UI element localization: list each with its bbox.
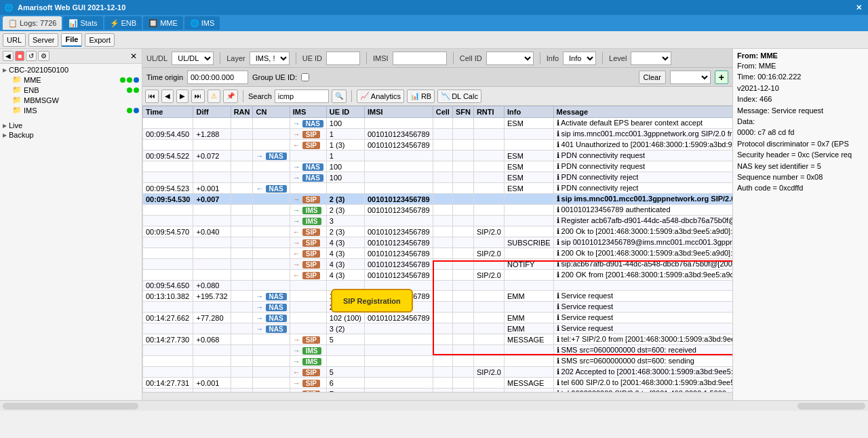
cell-ran bbox=[231, 367, 253, 378]
cell-rnti: SIP/2.0 bbox=[473, 270, 504, 281]
dl-calc-btn[interactable]: 📉 DL Calc bbox=[437, 89, 481, 103]
clear-button[interactable]: Clear bbox=[639, 71, 666, 84]
cell-imsi: 001010123456789 bbox=[364, 248, 433, 259]
mme-tab-icon: 🔲 bbox=[149, 19, 158, 28]
table-row[interactable]: ← SIP 1 (3) 001010123456789 ℹ 401 Unauth… bbox=[143, 140, 733, 151]
imsi-input[interactable] bbox=[393, 52, 447, 65]
layer-select[interactable]: IMS, ! bbox=[250, 52, 290, 65]
right-panel-detail-line: 0000: c7 a8 cd fd bbox=[737, 127, 864, 138]
sidebar-item-mme[interactable]: 📁 MME bbox=[1, 75, 140, 85]
table-row[interactable]: 00:14:27.662 +77.280 → NAS 102 (100) 001… bbox=[143, 313, 733, 323]
nav-last-btn[interactable]: ⏭ bbox=[191, 89, 205, 103]
table-row[interactable]: 00:09:54.530 +0.007 → SIP 2 (3) 00101012… bbox=[143, 194, 733, 205]
cell-sfn bbox=[452, 378, 473, 389]
sidebar-btn-settings[interactable]: ⚙ bbox=[38, 51, 50, 61]
table-row[interactable]: 00:13:10.382 +195.732 → NAS 101 (100) 00… bbox=[143, 291, 733, 302]
table-row[interactable]: → SIP 7 ℹ tel 0600000000 SIP/2.0 to [200… bbox=[143, 389, 733, 393]
status-scrollbar[interactable] bbox=[3, 403, 138, 410]
sidebar-btn-back[interactable]: ◀ bbox=[3, 51, 14, 61]
table-row[interactable]: → IMS 3 ℹ Register acb67afb-d901-44dc-a5… bbox=[143, 216, 733, 226]
export-button[interactable]: Export bbox=[85, 33, 115, 47]
table-row[interactable]: → NAS 3 (2) EMM ℹ Service request bbox=[143, 323, 733, 334]
analytics-btn[interactable]: 📈 Analytics bbox=[357, 89, 404, 103]
sidebar: ◀ ■ ↺ ⚙ ✕ ▶ CBC-2021050100 📁 MME bbox=[0, 49, 142, 400]
search-input[interactable] bbox=[275, 89, 329, 103]
tab-logs[interactable]: 📋 Logs: 7726 bbox=[3, 16, 62, 30]
close-button[interactable]: ✕ bbox=[853, 2, 864, 13]
ul-dl-select[interactable]: UL/DL bbox=[172, 52, 214, 65]
table-row[interactable]: → NAS 100 ESM ℹ PDN connectivity reject bbox=[143, 172, 733, 183]
nav-next-btn[interactable]: ▶ bbox=[176, 89, 189, 103]
cell-time bbox=[143, 205, 193, 216]
time-origin-input[interactable] bbox=[187, 71, 248, 84]
table-row[interactable]: 00:14:27.730 +0.068 → SIP 5 MESSAGE ℹ te… bbox=[143, 334, 733, 345]
nav-prev-btn[interactable]: ◀ bbox=[161, 89, 174, 103]
table-row[interactable]: ← SIP 4 (3) 001010123456789 SIP/2.0 ℹ 20… bbox=[143, 270, 733, 281]
cell-time bbox=[143, 389, 193, 393]
add-filter-button[interactable]: + bbox=[715, 71, 728, 84]
cell-rnti bbox=[473, 334, 504, 345]
cell-message: ℹ tel 0600000000 SIP/2.0 to [2001:468:30… bbox=[553, 389, 732, 393]
file-button[interactable]: File bbox=[61, 33, 82, 47]
table-row[interactable]: → SIP 4 (3) 001010123456789 SUBSCRIBE ℹ … bbox=[143, 237, 733, 248]
search-go-btn[interactable]: 🔍 bbox=[332, 89, 347, 103]
nav-first-btn[interactable]: ⏮ bbox=[145, 89, 159, 103]
sidebar-item-enb[interactable]: 📁 ENB bbox=[1, 85, 140, 95]
clear-select[interactable] bbox=[670, 71, 711, 84]
table-row[interactable]: ← SIP 4 (3) 001010123456789 SIP/2.0 ℹ 20… bbox=[143, 248, 733, 259]
cell-imsi: 001010123456789 bbox=[364, 237, 433, 248]
marker-btn[interactable]: 📌 bbox=[223, 89, 238, 103]
cell-ran bbox=[231, 226, 253, 237]
cell-imsi: 001010123456789 bbox=[364, 259, 433, 270]
sidebar-btn-stop[interactable]: ■ bbox=[15, 51, 24, 61]
sidebar-item-mbmsgw[interactable]: 📁 MBMSGW bbox=[1, 95, 140, 105]
table-row[interactable]: → NAS 100 ESM ℹ Activate default EPS bea… bbox=[143, 118, 733, 129]
table-row[interactable]: 00:09:54.450 +1.288 → SIP 1 001010123456… bbox=[143, 129, 733, 140]
sidebar-item-live[interactable]: ▶ Live bbox=[1, 121, 140, 130]
tab-stats[interactable]: 📊 Stats bbox=[63, 16, 102, 30]
cell-cn bbox=[253, 281, 290, 291]
cell-diff: +77.280 bbox=[193, 313, 231, 323]
cell-sfn bbox=[452, 172, 473, 183]
cell-imsi: 001010123456789 bbox=[364, 226, 433, 237]
tab-enb[interactable]: ⚡ ENB bbox=[104, 16, 142, 30]
sidebar-item-root[interactable]: ▶ CBC-2021050100 bbox=[1, 65, 140, 75]
table-row[interactable]: 00:09:54.570 +0.040 ← SIP 2 (3) 00101012… bbox=[143, 226, 733, 237]
tab-ims[interactable]: 🌐 IMS bbox=[184, 16, 220, 30]
sidebar-item-ims[interactable]: 📁 IMS bbox=[1, 105, 140, 115]
cell-imsi: 001010123456789 bbox=[364, 205, 433, 216]
tab-mme[interactable]: 🔲 MME bbox=[143, 16, 183, 30]
table-row[interactable]: 00:09:54.523 +0.001 ← NAS ESM ℹ PDN conn… bbox=[143, 183, 733, 194]
table-row[interactable]: → SIP 4 (3) 001010123456789 NOTIFY ℹ sip… bbox=[143, 259, 733, 270]
cell-message: ℹ Activate default EPS bearer context ac… bbox=[553, 118, 732, 129]
table-row[interactable]: → NAS 2 ℹ Service request bbox=[143, 302, 733, 313]
table-row[interactable]: 00:14:27.731 +0.001 → SIP 6 MESSAGE ℹ te… bbox=[143, 378, 733, 389]
sidebar-btn-refresh[interactable]: ↺ bbox=[26, 51, 37, 61]
cell-ims: ← SIP bbox=[290, 270, 326, 281]
group-ue-checkbox[interactable] bbox=[301, 73, 309, 81]
sidebar-item-backup[interactable]: ▶ Backup bbox=[1, 130, 140, 140]
table-row[interactable]: → IMS ℹ SMS src=0600000000 dst=600: send… bbox=[143, 356, 733, 367]
table-row[interactable]: 00:09:54.522 +0.072 → NAS 1 ESM ℹ PDN co… bbox=[143, 151, 733, 161]
warning-btn[interactable]: ⚠ bbox=[208, 89, 220, 103]
table-row[interactable]: ← SIP 5 SIP/2.0 ℹ 202 Accepted to [2001:… bbox=[143, 367, 733, 378]
ue-id-input[interactable] bbox=[326, 52, 360, 65]
sidebar-btn-close[interactable]: ✕ bbox=[128, 51, 139, 62]
table-row[interactable]: 00:09:54.650 +0.080 bbox=[143, 281, 733, 291]
table-row[interactable]: → IMS ℹ SMS src=0600000000 dst=600: rece… bbox=[143, 345, 733, 356]
col-header-message: Message bbox=[553, 106, 732, 118]
rb-btn[interactable]: 📊 RB bbox=[407, 89, 435, 103]
cell-cell bbox=[433, 205, 452, 216]
level-select[interactable] bbox=[631, 52, 671, 65]
horizontal-scrollbar[interactable] bbox=[142, 392, 732, 400]
url-button[interactable]: URL bbox=[3, 33, 26, 47]
server-button[interactable]: Server bbox=[28, 33, 58, 47]
info-select[interactable]: Info bbox=[563, 52, 596, 65]
status-right-scrollbar[interactable] bbox=[797, 403, 865, 410]
sidebar-mbmsgw-label: MBMSGW bbox=[24, 96, 59, 104]
table-row[interactable]: → IMS 2 (3) 001010123456789 ℹ 0010101234… bbox=[143, 205, 733, 216]
cell-id-select[interactable] bbox=[486, 52, 534, 65]
cell-cn bbox=[253, 389, 290, 393]
log-table-container[interactable]: Time Diff RAN CN IMS UE ID IMSI Cell SFN… bbox=[142, 106, 732, 392]
table-row[interactable]: → NAS 100 ESM ℹ PDN connectivity request bbox=[143, 161, 733, 172]
